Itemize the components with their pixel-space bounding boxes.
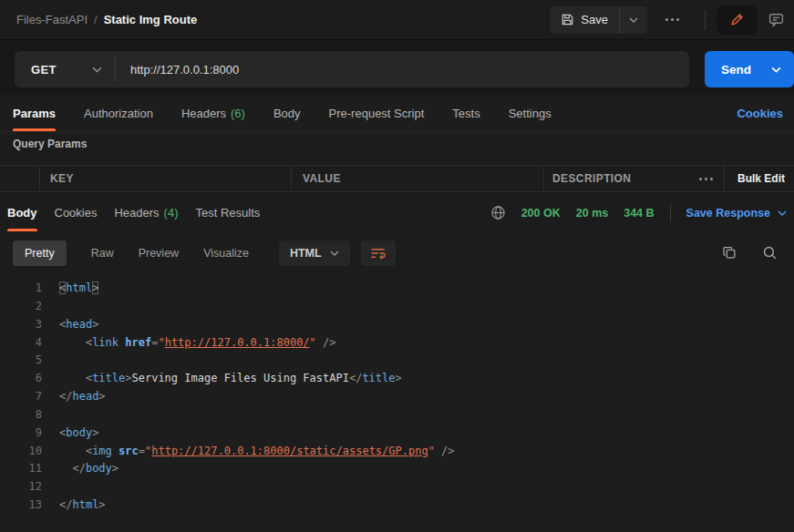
headers-count-badge: (6) bbox=[231, 107, 245, 120]
send-options-chevron[interactable] bbox=[771, 66, 794, 73]
column-header-key: KEY bbox=[40, 166, 292, 191]
comment-icon bbox=[768, 11, 785, 28]
tab-body[interactable]: Body bbox=[273, 95, 301, 131]
view-tab-raw[interactable]: Raw bbox=[91, 247, 114, 260]
save-options-chevron[interactable] bbox=[619, 6, 647, 34]
line-number: 11 bbox=[0, 460, 42, 478]
tab-settings[interactable]: Settings bbox=[509, 95, 552, 131]
code-line: 3<head> bbox=[0, 316, 794, 334]
code-line: 13</html> bbox=[0, 496, 794, 515]
cookies-link[interactable]: Cookies bbox=[737, 107, 785, 120]
view-tab-pretty[interactable]: Pretty bbox=[13, 240, 67, 266]
search-icon bbox=[762, 245, 778, 261]
edit-documentation-button[interactable] bbox=[717, 5, 757, 35]
code-lines: 1<html>23<head>4 <link href="http://127.… bbox=[0, 280, 794, 515]
postman-window: Files-FastAPI / Static Img Route Save bbox=[0, 0, 794, 532]
toolbar-divider bbox=[705, 10, 706, 30]
line-number: 3 bbox=[0, 316, 42, 334]
response-tab-cookies[interactable]: Cookies bbox=[55, 193, 98, 232]
line-number: 8 bbox=[0, 406, 42, 425]
column-header-description: DESCRIPTION bbox=[544, 166, 688, 191]
save-button-group: Save bbox=[550, 6, 647, 34]
copy-icon bbox=[722, 245, 737, 261]
request-tabs: Params Authorization Headers (6) Body Pr… bbox=[0, 95, 794, 132]
line-wrap-icon bbox=[370, 247, 386, 260]
line-number: 7 bbox=[0, 388, 42, 406]
code-url-link[interactable]: http://127.0.0.1:8000/ bbox=[165, 336, 310, 349]
more-options-button[interactable] bbox=[665, 18, 679, 21]
line-number: 10 bbox=[0, 443, 42, 461]
breadcrumb: Files-FastAPI / Static Img Route bbox=[16, 13, 197, 26]
response-headers-count-badge: (4) bbox=[164, 206, 179, 220]
send-button-label: Send bbox=[705, 63, 751, 77]
code-line: 2 bbox=[0, 298, 794, 316]
response-code-editor[interactable]: 1<html>23<head>4 <link href="http://127.… bbox=[0, 273, 794, 532]
meta-divider bbox=[670, 204, 671, 222]
code-line: 9<body> bbox=[0, 425, 794, 443]
query-params-label: Query Params bbox=[13, 138, 87, 150]
response-header: Body Cookies Headers (4) Test Results 20… bbox=[0, 193, 794, 232]
row-handle-column bbox=[0, 166, 40, 191]
line-number: 1 bbox=[0, 280, 42, 298]
tab-headers[interactable]: Headers (6) bbox=[181, 95, 245, 131]
save-icon bbox=[561, 13, 574, 26]
table-more-options-button[interactable] bbox=[688, 166, 725, 191]
tab-authorization[interactable]: Authorization bbox=[84, 95, 153, 131]
tab-params[interactable]: Params bbox=[13, 95, 56, 131]
comment-button[interactable] bbox=[768, 11, 785, 28]
response-tabs: Body Cookies Headers (4) Test Results bbox=[7, 193, 277, 232]
view-tab-preview[interactable]: Preview bbox=[139, 247, 179, 260]
view-bar-right-actions bbox=[722, 245, 781, 261]
code-line: 6 <title>Serving Image Files Using FastA… bbox=[0, 370, 794, 388]
line-number: 12 bbox=[0, 478, 42, 496]
request-title-bar: Files-FastAPI / Static Img Route Save bbox=[0, 0, 794, 40]
request-url-row: GET Send bbox=[0, 41, 794, 95]
code-line: 5 bbox=[0, 352, 794, 370]
format-select[interactable]: HTML bbox=[279, 240, 350, 266]
save-button[interactable]: Save bbox=[550, 6, 619, 34]
code-line: 12 bbox=[0, 478, 794, 496]
send-button[interactable]: Send bbox=[705, 51, 794, 87]
url-input[interactable] bbox=[116, 51, 689, 87]
code-line: 7</head> bbox=[0, 388, 794, 406]
save-response-button[interactable]: Save Response bbox=[686, 207, 787, 220]
method-selector[interactable]: GET bbox=[15, 51, 115, 87]
line-number: 6 bbox=[0, 370, 42, 388]
tab-tests[interactable]: Tests bbox=[452, 95, 479, 131]
code-line: 11 </body> bbox=[0, 460, 794, 478]
network-globe-icon[interactable] bbox=[490, 205, 506, 220]
bulk-edit-button[interactable]: Bulk Edit bbox=[725, 166, 794, 191]
breadcrumb-collection[interactable]: Files-FastAPI bbox=[16, 13, 88, 26]
tab-pre-request-script[interactable]: Pre-request Script bbox=[329, 95, 425, 131]
title-bar-actions: Save bbox=[550, 5, 785, 35]
column-header-value: VALUE bbox=[292, 166, 544, 191]
chevron-down-icon bbox=[92, 66, 102, 73]
code-line: 1<html> bbox=[0, 280, 794, 298]
code-line: 8 bbox=[0, 406, 794, 425]
chevron-down-icon bbox=[778, 210, 787, 216]
response-tab-headers[interactable]: Headers (4) bbox=[114, 193, 178, 232]
response-tab-body[interactable]: Body bbox=[7, 193, 37, 232]
method-label: GET bbox=[31, 63, 57, 77]
search-response-button[interactable] bbox=[762, 245, 778, 261]
copy-response-button[interactable] bbox=[722, 245, 737, 261]
chevron-down-icon bbox=[330, 251, 339, 256]
params-table-header: KEY VALUE DESCRIPTION Bulk Edit bbox=[0, 165, 794, 192]
line-number: 13 bbox=[0, 496, 42, 515]
chevron-down-icon bbox=[629, 17, 638, 23]
pencil-icon bbox=[729, 13, 744, 27]
status-badge[interactable]: 200 OK bbox=[521, 207, 561, 220]
view-tab-visualize[interactable]: Visualize bbox=[203, 247, 249, 260]
response-meta: 200 OK 20 ms 344 B Save Response bbox=[490, 193, 787, 232]
breadcrumb-request-name: Static Img Route bbox=[104, 13, 198, 26]
line-number: 9 bbox=[0, 425, 42, 443]
save-button-label: Save bbox=[581, 13, 608, 26]
code-line: 4 <link href="http://127.0.0.1:8000/" /> bbox=[0, 334, 794, 353]
code-url-link[interactable]: http://127.0.0.1:8000/static/assets/GP.p… bbox=[151, 445, 428, 457]
response-tab-test-results[interactable]: Test Results bbox=[196, 193, 261, 232]
response-size-badge[interactable]: 344 B bbox=[624, 207, 654, 220]
breadcrumb-separator: / bbox=[94, 13, 98, 26]
response-time-badge[interactable]: 20 ms bbox=[576, 207, 608, 220]
line-wrap-button[interactable] bbox=[361, 240, 396, 266]
format-select-value: HTML bbox=[290, 247, 322, 260]
